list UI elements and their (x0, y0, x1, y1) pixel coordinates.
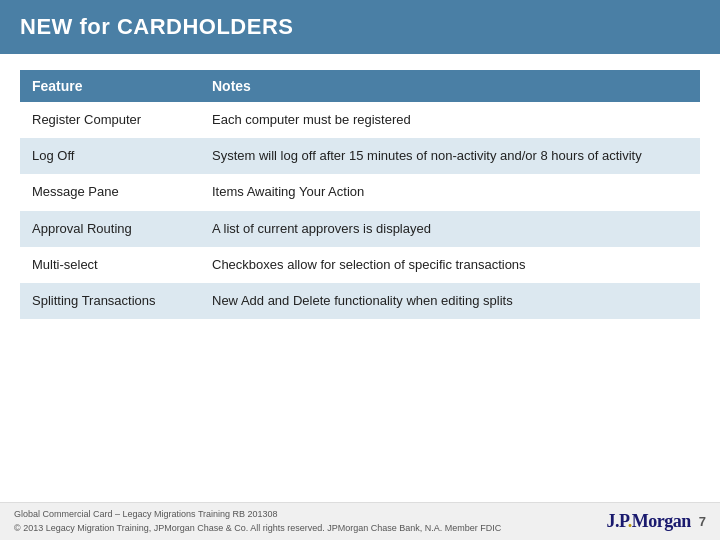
main-content: Feature Notes Register ComputerEach comp… (0, 54, 720, 335)
col-feature: Feature (20, 70, 200, 102)
page-footer: Global Commercial Card – Legacy Migratio… (0, 502, 720, 540)
notes-cell: Checkboxes allow for selection of specif… (200, 247, 700, 283)
feature-cell: Log Off (20, 138, 200, 174)
table-row: Message PaneItems Awaiting Your Action (20, 174, 700, 210)
feature-cell: Register Computer (20, 102, 200, 138)
feature-cell: Approval Routing (20, 211, 200, 247)
page-header: NEW for CARDHOLDERS (0, 0, 720, 54)
footer-right: J.P.Morgan 7 (606, 511, 706, 532)
page-title: NEW for CARDHOLDERS (20, 14, 294, 39)
footer-text: Global Commercial Card – Legacy Migratio… (14, 508, 501, 535)
col-notes: Notes (200, 70, 700, 102)
table-row: Approval RoutingA list of current approv… (20, 211, 700, 247)
page-number: 7 (699, 514, 706, 529)
footer-line1: Global Commercial Card – Legacy Migratio… (14, 508, 501, 522)
notes-cell: System will log off after 15 minutes of … (200, 138, 700, 174)
table-row: Register ComputerEach computer must be r… (20, 102, 700, 138)
table-header-row: Feature Notes (20, 70, 700, 102)
table-row: Multi-selectCheckboxes allow for selecti… (20, 247, 700, 283)
feature-cell: Splitting Transactions (20, 283, 200, 319)
table-row: Log OffSystem will log off after 15 minu… (20, 138, 700, 174)
notes-cell: Each computer must be registered (200, 102, 700, 138)
notes-cell: A list of current approvers is displayed (200, 211, 700, 247)
feature-cell: Multi-select (20, 247, 200, 283)
table-row: Splitting TransactionsNew Add and Delete… (20, 283, 700, 319)
features-table: Feature Notes Register ComputerEach comp… (20, 70, 700, 319)
notes-cell: New Add and Delete functionality when ed… (200, 283, 700, 319)
feature-cell: Message Pane (20, 174, 200, 210)
notes-cell: Items Awaiting Your Action (200, 174, 700, 210)
jpmorgan-logo: J.P.Morgan (606, 511, 690, 532)
footer-line2: © 2013 Legacy Migration Training, JPMorg… (14, 522, 501, 536)
